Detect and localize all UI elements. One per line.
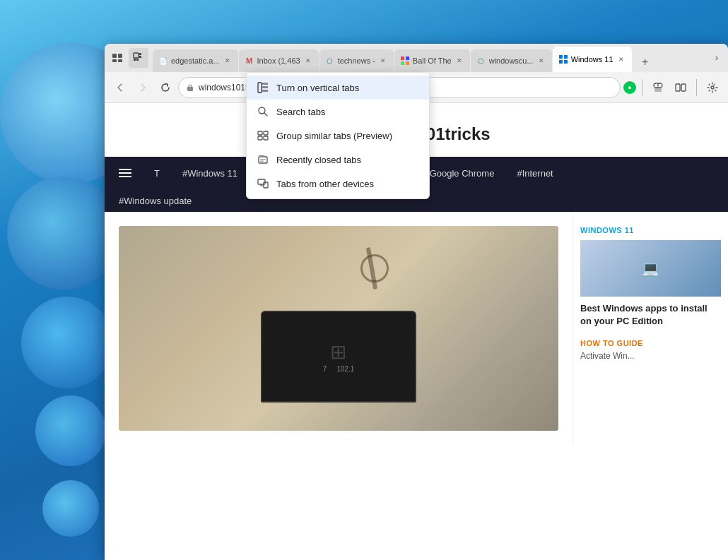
svg-rect-8	[139, 56, 141, 58]
tab-manage-button[interactable]	[129, 48, 148, 68]
recently-closed-label: Recently closed tabs	[276, 155, 361, 165]
blob-shape-3	[21, 297, 113, 388]
toolbar-divider-2	[696, 79, 697, 96]
refresh-button[interactable]	[155, 78, 175, 97]
svg-rect-16	[564, 60, 568, 64]
nav-link-t[interactable]: T	[143, 168, 171, 179]
blob-shape-5	[42, 480, 99, 537]
svg-rect-33	[260, 159, 266, 160]
svg-rect-25	[262, 90, 268, 92]
svg-rect-2	[112, 59, 117, 62]
tab-collections-button[interactable]	[107, 48, 127, 68]
vertical-tabs-icon	[257, 81, 269, 94]
svg-rect-27	[258, 131, 262, 135]
main-columns: ⊞ 7 102.1 WINDOWS 11 💻	[105, 212, 728, 445]
sidebar: WINDOWS 11 💻 Best Windows apps to instal…	[573, 212, 728, 445]
tab-title-edgestatic: edgestatic.a...	[171, 56, 220, 65]
favicon-windows11	[558, 54, 568, 64]
hamburger-menu[interactable]	[119, 169, 131, 177]
laptop-visual: ⊞ 7 102.1	[261, 311, 416, 410]
sidebar-thumb-1: 💻	[580, 240, 721, 297]
sidebar-tag-2: HOW TO GUIDE	[580, 339, 721, 347]
svg-rect-28	[264, 131, 268, 135]
sidebar-tag-1: WINDOWS 11	[580, 226, 721, 234]
svg-rect-13	[559, 55, 563, 59]
tab-inbox[interactable]: M Inbox (1,463 ✕	[239, 49, 319, 72]
windows-update-link[interactable]: #Windows update	[119, 196, 192, 206]
other-devices-label: Tabs from other devices	[276, 179, 374, 189]
tab-title-ball: Ball Of The	[413, 56, 452, 65]
svg-point-21	[711, 86, 714, 89]
svg-rect-24	[262, 86, 268, 88]
sidebar-item-2: HOW TO GUIDE Activate Win...	[580, 339, 721, 362]
close-tab-edgestatic[interactable]: ✕	[223, 56, 233, 66]
svg-rect-19	[676, 84, 680, 91]
lock-icon	[186, 83, 194, 92]
tab-title-windows11: Windows 11	[571, 55, 613, 64]
search-tabs-label: Search tabs	[276, 107, 325, 117]
svg-rect-9	[401, 56, 404, 60]
svg-rect-4	[134, 53, 139, 58]
profile-button[interactable]: ●	[623, 81, 636, 94]
nav-link-internet[interactable]: #Internet	[505, 168, 564, 179]
forward-button[interactable]	[133, 78, 153, 97]
add-tab-button[interactable]: +	[635, 52, 655, 72]
tab-list: 📄 edgestatic.a... ✕ M Inbox (1,463 ✕ ⬡ t…	[153, 44, 707, 72]
extensions-button[interactable]	[648, 78, 668, 97]
dropdown-item-group-tabs[interactable]: Group similar tabs (Preview)	[247, 124, 429, 148]
svg-rect-12	[406, 61, 409, 65]
svg-rect-10	[406, 56, 409, 60]
svg-rect-14	[564, 55, 568, 59]
sidebar-desc-2: Activate Win...	[580, 350, 721, 362]
toolbar-divider	[642, 79, 642, 96]
back-button[interactable]	[110, 78, 130, 97]
svg-rect-0	[112, 54, 117, 58]
tab-title-windowscu: windowscu...	[489, 56, 534, 65]
svg-rect-5	[134, 59, 136, 61]
svg-rect-11	[401, 61, 404, 65]
recently-closed-icon	[257, 153, 269, 166]
close-tab-windowscu[interactable]: ✕	[536, 56, 546, 66]
svg-rect-29	[258, 136, 262, 140]
nav-link-windows11[interactable]: #Windows 11	[171, 168, 249, 179]
tab-windows11[interactable]: Windows 11 ✕	[553, 47, 632, 72]
tab-edgestatic[interactable]: 📄 edgestatic.a... ✕	[153, 49, 238, 72]
tab-action-buttons	[107, 48, 148, 68]
split-screen-button[interactable]	[671, 78, 691, 97]
favicon-technews: ⬡	[325, 56, 335, 66]
tab-options-dropdown: Turn on vertical tabs Search tabs	[246, 72, 430, 199]
svg-rect-36	[264, 182, 268, 188]
svg-rect-3	[118, 59, 122, 62]
svg-rect-18	[654, 88, 662, 92]
close-tab-inbox[interactable]: ✕	[303, 56, 313, 66]
svg-rect-34	[260, 161, 264, 162]
tab-bar: 📄 edgestatic.a... ✕ M Inbox (1,463 ✕ ⬡ t…	[105, 44, 728, 72]
close-tab-technews[interactable]: ✕	[378, 56, 388, 66]
favicon-edgestatic: 📄	[158, 56, 168, 66]
favicon-ball	[400, 56, 410, 66]
dropdown-item-vertical-tabs[interactable]: Turn on vertical tabs	[247, 76, 429, 100]
svg-rect-23	[262, 83, 268, 85]
favicon-windowscu: ⬡	[476, 56, 486, 66]
tab-title-inbox: Inbox (1,463	[257, 56, 300, 65]
dropdown-item-recently-closed[interactable]: Recently closed tabs	[247, 148, 429, 172]
group-tabs-label: Group similar tabs (Preview)	[276, 131, 392, 141]
dropdown-item-search-tabs[interactable]: Search tabs	[247, 100, 429, 124]
svg-rect-15	[559, 60, 563, 64]
tab-ball[interactable]: Ball Of The ✕	[394, 49, 470, 72]
svg-rect-7	[139, 53, 141, 55]
close-tab-windows11[interactable]: ✕	[616, 54, 626, 64]
tab-technews[interactable]: ⬡ technews - ✕	[319, 49, 394, 72]
blob-shape-4	[35, 395, 106, 466]
main-article: ⊞ 7 102.1	[105, 212, 573, 445]
dropdown-item-other-devices[interactable]: Tabs from other devices	[247, 172, 429, 196]
tab-windowscu[interactable]: ⬡ windowscu... ✕	[471, 49, 552, 72]
svg-rect-32	[259, 155, 264, 157]
browser-window: 📄 edgestatic.a... ✕ M Inbox (1,463 ✕ ⬡ t…	[105, 44, 728, 560]
favicon-gmail: M	[245, 56, 254, 66]
tab-more-button[interactable]: ›	[708, 49, 725, 66]
settings-button[interactable]	[703, 78, 722, 97]
sidebar-title-1: Best Windows apps to install on your PC …	[580, 302, 721, 328]
close-tab-ball[interactable]: ✕	[454, 56, 464, 66]
svg-rect-30	[264, 136, 268, 140]
